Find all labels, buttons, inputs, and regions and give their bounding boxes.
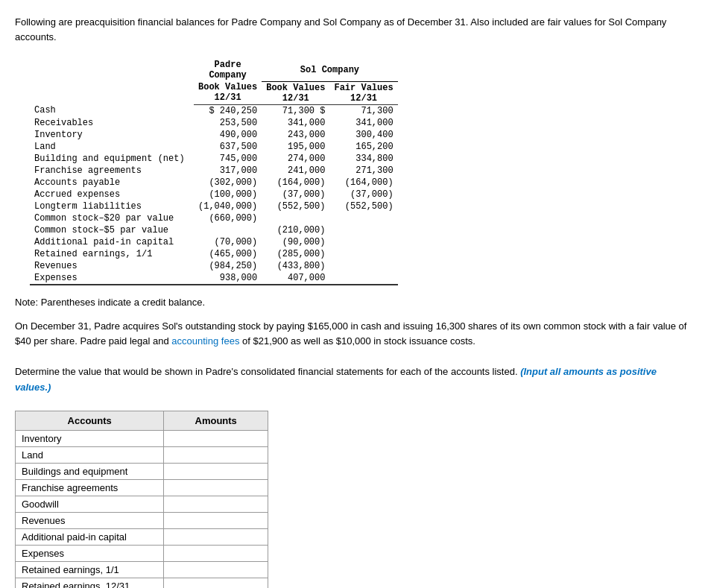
padre-company-header: PadreCompany xyxy=(194,59,262,81)
amount-input-field[interactable] xyxy=(170,433,262,444)
padre-value: 637,500 xyxy=(194,141,262,153)
padre-book-values-header: Book Values12/31 xyxy=(194,81,262,104)
sol-fair-value xyxy=(329,212,397,224)
financial-table: PadreCompany Sol Company Book Values12/3… xyxy=(30,59,398,285)
input-amount-cell[interactable] xyxy=(164,512,268,528)
input-amount-cell[interactable] xyxy=(164,496,268,512)
amount-input-field[interactable] xyxy=(170,581,262,588)
empty-header xyxy=(30,59,194,81)
financial-table-row: Expenses938,000407,000 xyxy=(30,272,398,285)
amounts-column-header: Amounts xyxy=(164,411,268,430)
financial-row-label: Land xyxy=(30,141,194,153)
input-account-label: Goodwill xyxy=(16,496,164,512)
input-table-row: Land xyxy=(16,446,268,463)
input-account-label: Expenses xyxy=(16,545,164,561)
input-amount-cell[interactable] xyxy=(164,528,268,545)
amount-input-field[interactable] xyxy=(170,499,262,510)
sol-book-value: 341,000 xyxy=(262,117,329,129)
desc-link: accounting fees xyxy=(171,335,239,347)
empty-subheader xyxy=(30,81,194,104)
financial-table-row: Retained earnings, 1/1(465,000)(285,000) xyxy=(30,248,398,260)
sol-book-value xyxy=(262,212,329,224)
input-amount-cell[interactable] xyxy=(164,545,268,561)
sol-fair-values-header: Fair Values12/31 xyxy=(329,81,397,104)
input-amount-cell[interactable] xyxy=(164,446,268,463)
financial-table-row: Cash$ 240,25071,300 $71,300 xyxy=(30,104,398,117)
sol-fair-value: (37,000) xyxy=(329,189,397,200)
sol-fair-value: 334,800 xyxy=(329,153,397,165)
amount-input-field[interactable] xyxy=(170,531,262,543)
sol-book-value: 241,000 xyxy=(262,165,329,177)
intro-text: Following are preacquisition financial b… xyxy=(15,15,693,44)
financial-row-label: Longterm liabilities xyxy=(30,200,194,212)
sol-book-value: 71,300 $ xyxy=(262,104,329,117)
input-account-label: Buildings and equipment xyxy=(16,463,164,479)
financial-row-label: Cash xyxy=(30,104,194,117)
input-table-row: Additional paid-in capital xyxy=(16,528,268,545)
financial-table-row: Receivables253,500341,000341,000 xyxy=(30,117,398,129)
amount-input-field[interactable] xyxy=(170,548,262,559)
accounts-column-header: Accounts xyxy=(16,411,164,430)
sol-fair-value: 165,200 xyxy=(329,141,397,153)
input-account-label: Additional paid-in capital xyxy=(16,528,164,545)
determine-start: Determine the value that would be shown … xyxy=(15,366,520,377)
financial-table-container: PadreCompany Sol Company Book Values12/3… xyxy=(15,59,693,285)
sol-fair-value: 271,300 xyxy=(329,165,397,177)
amount-input-field[interactable] xyxy=(170,449,262,461)
sol-company-header: Sol Company xyxy=(262,59,397,81)
input-table-row: Franchise agreements xyxy=(16,479,268,496)
input-amount-cell[interactable] xyxy=(164,561,268,578)
financial-row-label: Receivables xyxy=(30,117,194,129)
input-account-label: Revenues xyxy=(16,512,164,528)
padre-value: 745,000 xyxy=(194,153,262,165)
padre-value: $ 240,250 xyxy=(194,104,262,117)
padre-value: (100,000) xyxy=(194,189,262,200)
sol-book-value: (37,000) xyxy=(262,189,329,200)
sol-book-value: 243,000 xyxy=(262,129,329,141)
input-amount-cell[interactable] xyxy=(164,430,268,446)
padre-value: (70,000) xyxy=(194,236,262,248)
financial-row-label: Common stock–$5 par value xyxy=(30,224,194,236)
description-text: On December 31, Padre acquires Sol's out… xyxy=(15,319,693,350)
padre-value: 490,000 xyxy=(194,129,262,141)
input-account-label: Franchise agreements xyxy=(16,479,164,496)
financial-row-label: Building and equipment (net) xyxy=(30,153,194,165)
sol-fair-value: (552,500) xyxy=(329,200,397,212)
input-table-row: Retained earnings, 1/1 xyxy=(16,561,268,578)
sol-fair-value xyxy=(329,248,397,260)
input-table-row: Buildings and equipment xyxy=(16,463,268,479)
financial-table-row: Longterm liabilities(1,040,000)(552,500)… xyxy=(30,200,398,212)
sol-book-value: (552,500) xyxy=(262,200,329,212)
sol-fair-value: 71,300 xyxy=(329,104,397,117)
financial-table-row: Franchise agreements317,000241,000271,30… xyxy=(30,165,398,177)
financial-table-row: Building and equipment (net)745,000274,0… xyxy=(30,153,398,165)
financial-row-label: Inventory xyxy=(30,129,194,141)
financial-table-row: Common stock–$20 par value(660,000) xyxy=(30,212,398,224)
input-amount-cell[interactable] xyxy=(164,463,268,479)
sol-fair-value xyxy=(329,260,397,272)
input-account-label: Retained earnings, 1/1 xyxy=(16,561,164,578)
sol-book-value: (90,000) xyxy=(262,236,329,248)
amount-input-field[interactable] xyxy=(170,515,262,526)
note-text: Note: Parentheses indicate a credit bala… xyxy=(15,297,693,308)
amount-input-field[interactable] xyxy=(170,466,262,477)
sol-book-values-header: Book Values12/31 xyxy=(262,81,329,104)
determine-text: Determine the value that would be shown … xyxy=(15,364,693,396)
sol-fair-value: (164,000) xyxy=(329,177,397,189)
financial-table-row: Additional paid-in capital(70,000)(90,00… xyxy=(30,236,398,248)
financial-table-row: Revenues(984,250)(433,800) xyxy=(30,260,398,272)
input-amount-cell[interactable] xyxy=(164,578,268,588)
input-amount-cell[interactable] xyxy=(164,479,268,496)
padre-value: 938,000 xyxy=(194,272,262,285)
sol-book-value: (210,000) xyxy=(262,224,329,236)
padre-value: (465,000) xyxy=(194,248,262,260)
sol-book-value: 195,000 xyxy=(262,141,329,153)
input-table-row: Retained earnings, 12/31 xyxy=(16,578,268,588)
padre-value: (660,000) xyxy=(194,212,262,224)
amount-input-field[interactable] xyxy=(170,482,262,493)
amount-input-field[interactable] xyxy=(170,564,262,575)
financial-row-label: Expenses xyxy=(30,272,194,285)
sol-book-value: (285,000) xyxy=(262,248,329,260)
input-account-label: Retained earnings, 12/31 xyxy=(16,578,164,588)
sol-fair-value xyxy=(329,224,397,236)
